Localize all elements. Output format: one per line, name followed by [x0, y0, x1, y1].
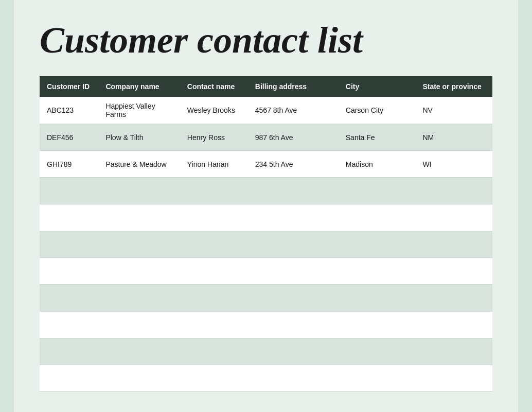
- table-row: [40, 285, 492, 312]
- table-row: [40, 231, 492, 258]
- cell-billing_address: [248, 231, 339, 258]
- col-header-contact-name: Contact name: [180, 76, 248, 97]
- cell-state_province: [415, 258, 492, 285]
- table-row: [40, 365, 492, 392]
- col-header-billing-address: Billing address: [248, 76, 339, 97]
- cell-company_name: Plow & Tilth: [98, 124, 180, 151]
- table-row: ABC123Happiest Valley FarmsWesley Brooks…: [40, 97, 492, 124]
- cell-company_name: [98, 178, 180, 204]
- cell-billing_address: 987 6th Ave: [248, 124, 339, 151]
- cell-customer_id: [40, 178, 98, 204]
- page-wrapper: Customer contact list Customer ID Compan…: [14, 0, 518, 412]
- cell-customer_id: [40, 338, 98, 365]
- cell-company_name: [98, 365, 180, 392]
- table-body: ABC123Happiest Valley FarmsWesley Brooks…: [40, 97, 492, 392]
- page-title: Customer contact list: [40, 20, 492, 61]
- cell-city: Santa Fe: [339, 124, 416, 151]
- table-row: GHI789Pasture & MeadowYinon Hanan234 5th…: [40, 151, 492, 178]
- cell-state_province: [415, 178, 492, 204]
- cell-contact_name: Wesley Brooks: [180, 97, 248, 124]
- cell-contact_name: [180, 231, 248, 258]
- cell-city: [339, 312, 416, 338]
- cell-state_province: [415, 285, 492, 312]
- cell-billing_address: 4567 8th Ave: [248, 97, 339, 124]
- cell-city: [339, 178, 416, 204]
- col-header-state-province: State or province: [415, 76, 492, 97]
- cell-billing_address: [248, 312, 339, 338]
- cell-company_name: Happiest Valley Farms: [98, 97, 180, 124]
- cell-billing_address: [248, 178, 339, 204]
- col-header-customer-id: Customer ID: [40, 76, 98, 97]
- cell-billing_address: [248, 365, 339, 392]
- cell-state_province: NM: [415, 124, 492, 151]
- table-header-row: Customer ID Company name Contact name Bi…: [40, 76, 492, 97]
- cell-contact_name: [180, 204, 248, 231]
- cell-state_province: [415, 338, 492, 365]
- table-container: Customer ID Company name Contact name Bi…: [40, 76, 492, 392]
- cell-customer_id: GHI789: [40, 151, 98, 178]
- col-header-company-name: Company name: [98, 76, 180, 97]
- cell-city: [339, 285, 416, 312]
- cell-billing_address: [248, 338, 339, 365]
- cell-customer_id: [40, 312, 98, 338]
- table-row: DEF456Plow & TilthHenry Ross987 6th AveS…: [40, 124, 492, 151]
- cell-customer_id: ABC123: [40, 97, 98, 124]
- cell-contact_name: [180, 312, 248, 338]
- cell-contact_name: [180, 365, 248, 392]
- table-row: [40, 338, 492, 365]
- cell-city: [339, 258, 416, 285]
- cell-customer_id: [40, 204, 98, 231]
- cell-contact_name: [180, 338, 248, 365]
- cell-state_province: WI: [415, 151, 492, 178]
- cell-billing_address: [248, 204, 339, 231]
- cell-contact_name: Yinon Hanan: [180, 151, 248, 178]
- cell-company_name: [98, 338, 180, 365]
- cell-state_province: [415, 231, 492, 258]
- cell-customer_id: [40, 285, 98, 312]
- cell-city: [339, 365, 416, 392]
- table-row: [40, 204, 492, 231]
- cell-company_name: [98, 258, 180, 285]
- cell-city: [339, 204, 416, 231]
- cell-contact_name: [180, 285, 248, 312]
- cell-billing_address: [248, 258, 339, 285]
- table-row: [40, 258, 492, 285]
- cell-company_name: Pasture & Meadow: [98, 151, 180, 178]
- cell-state_province: [415, 312, 492, 338]
- cell-city: [339, 231, 416, 258]
- cell-company_name: [98, 204, 180, 231]
- cell-contact_name: Henry Ross: [180, 124, 248, 151]
- cell-city: Carson City: [339, 97, 416, 124]
- cell-company_name: [98, 231, 180, 258]
- cell-billing_address: [248, 285, 339, 312]
- cell-state_province: NV: [415, 97, 492, 124]
- cell-customer_id: DEF456: [40, 124, 98, 151]
- cell-customer_id: [40, 365, 98, 392]
- cell-state_province: [415, 204, 492, 231]
- cell-customer_id: [40, 231, 98, 258]
- cell-company_name: [98, 312, 180, 338]
- table-row: [40, 312, 492, 338]
- cell-contact_name: [180, 258, 248, 285]
- cell-city: [339, 338, 416, 365]
- cell-billing_address: 234 5th Ave: [248, 151, 339, 178]
- cell-city: Madison: [339, 151, 416, 178]
- table-row: [40, 178, 492, 204]
- cell-contact_name: [180, 178, 248, 204]
- cell-customer_id: [40, 258, 98, 285]
- cell-state_province: [415, 365, 492, 392]
- cell-company_name: [98, 285, 180, 312]
- col-header-city: City: [339, 76, 416, 97]
- customer-table: Customer ID Company name Contact name Bi…: [40, 76, 492, 392]
